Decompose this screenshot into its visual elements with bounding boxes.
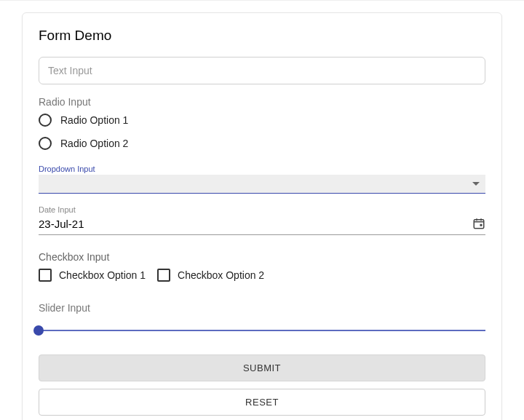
dropdown-section: Dropdown Input bbox=[39, 165, 485, 194]
radio-label: Radio Option 2 bbox=[60, 138, 128, 149]
date-value: 23-Jul-21 bbox=[39, 218, 84, 230]
submit-button[interactable]: SUBMIT bbox=[39, 354, 485, 381]
dropdown-label: Dropdown Input bbox=[39, 165, 485, 173]
checkbox-option-2[interactable]: Checkbox Option 2 bbox=[157, 269, 264, 282]
chevron-down-icon bbox=[472, 182, 480, 186]
date-label: Date Input bbox=[39, 205, 485, 214]
checkbox-label: Checkbox Option 2 bbox=[178, 269, 264, 281]
date-section: Date Input 23-Jul-21 bbox=[39, 205, 485, 235]
checkbox-box-icon bbox=[39, 269, 52, 282]
checkbox-label: Checkbox Option 1 bbox=[59, 269, 146, 281]
radio-group: Radio Option 1 Radio Option 2 bbox=[39, 114, 485, 150]
slider-input[interactable] bbox=[39, 330, 485, 331]
slider-thumb[interactable] bbox=[33, 325, 44, 336]
date-input[interactable]: 23-Jul-21 bbox=[39, 217, 485, 235]
radio-circle-icon bbox=[39, 114, 52, 127]
calendar-icon[interactable] bbox=[472, 217, 485, 230]
checkbox-option-1[interactable]: Checkbox Option 1 bbox=[39, 269, 146, 282]
checkbox-section-label: Checkbox Input bbox=[39, 251, 485, 263]
text-input[interactable] bbox=[39, 57, 485, 84]
checkbox-box-icon bbox=[157, 269, 170, 282]
page-title: Form Demo bbox=[39, 28, 485, 44]
dropdown-input[interactable] bbox=[39, 175, 485, 194]
checkbox-group: Checkbox Option 1 Checkbox Option 2 bbox=[39, 269, 485, 282]
radio-option-1[interactable]: Radio Option 1 bbox=[39, 114, 485, 127]
reset-button[interactable]: RESET bbox=[39, 389, 485, 416]
form-card: Form Demo Radio Input Radio Option 1 Rad… bbox=[22, 12, 502, 420]
radio-circle-icon bbox=[39, 137, 52, 150]
svg-rect-4 bbox=[480, 224, 483, 226]
svg-rect-0 bbox=[474, 220, 484, 229]
top-divider bbox=[0, 0, 524, 1]
slider-section-label: Slider Input bbox=[39, 302, 485, 314]
radio-option-2[interactable]: Radio Option 2 bbox=[39, 137, 485, 150]
radio-section-label: Radio Input bbox=[39, 96, 485, 108]
radio-label: Radio Option 1 bbox=[60, 114, 128, 126]
